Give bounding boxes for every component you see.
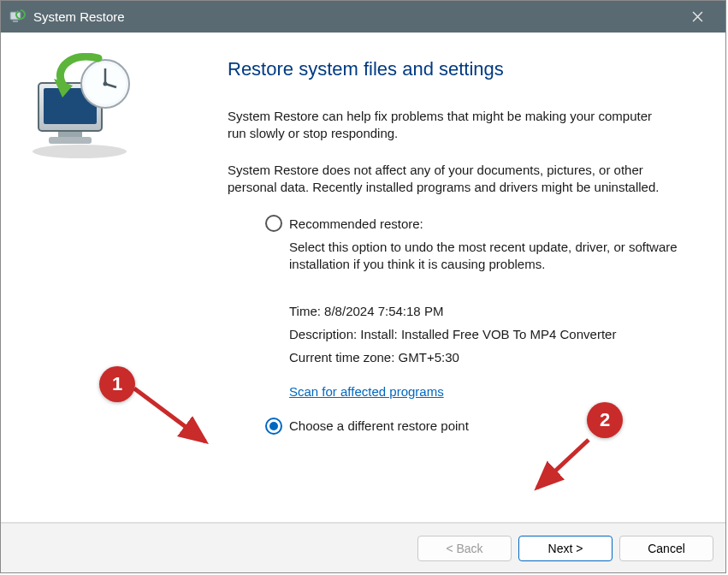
svg-rect-1	[13, 21, 18, 22]
radio-choose-different[interactable]	[265, 418, 282, 435]
cancel-button[interactable]: Cancel	[619, 536, 713, 561]
radio-recommended[interactable]	[265, 215, 282, 232]
dialog-body: Restore system files and settings System…	[1, 33, 725, 523]
detail-time: Time: 8/8/2024 7:54:18 PM	[289, 299, 691, 323]
annotation-arrow-1	[130, 382, 224, 459]
scan-affected-programs-link[interactable]: Scan for affected programs	[289, 384, 444, 399]
back-button: < Back	[417, 536, 512, 561]
svg-point-12	[104, 82, 108, 86]
next-button[interactable]: Next >	[518, 536, 613, 561]
titlebar: System Restore	[1, 1, 725, 33]
recommended-restore-option[interactable]: Recommended restore:	[265, 215, 691, 232]
svg-rect-6	[58, 132, 82, 137]
window-title: System Restore	[33, 9, 125, 24]
annotation-badge-1: 1	[99, 366, 135, 402]
choose-different-label: Choose a different restore point	[289, 418, 469, 433]
svg-rect-7	[49, 137, 92, 144]
restore-point-details: Time: 8/8/2024 7:54:18 PM Description: I…	[289, 299, 691, 369]
choose-different-option[interactable]: Choose a different restore point	[265, 418, 691, 435]
intro-paragraph-1: System Restore can help fix problems tha…	[228, 108, 672, 143]
wizard-footer: < Back Next > Cancel	[1, 523, 725, 572]
svg-point-3	[33, 145, 127, 158]
annotation-arrow-2	[527, 435, 604, 503]
system-restore-window: System Restore	[0, 0, 726, 573]
detail-description: Description: Install: Installed Free VOB…	[289, 323, 691, 346]
intro-paragraph-2: System Restore does not affect any of yo…	[228, 162, 672, 197]
restore-hero-icon	[20, 53, 148, 164]
recommended-label: Recommended restore:	[289, 216, 423, 231]
page-heading: Restore system files and settings	[228, 58, 691, 80]
recommended-description: Select this option to undo the most rece…	[289, 239, 683, 274]
detail-timezone: Current time zone: GMT+5:30	[289, 346, 691, 369]
close-button[interactable]	[678, 1, 717, 33]
wizard-content: Restore system files and settings System…	[168, 33, 725, 522]
system-restore-icon	[8, 8, 27, 27]
annotation-badge-2: 2	[587, 402, 623, 438]
